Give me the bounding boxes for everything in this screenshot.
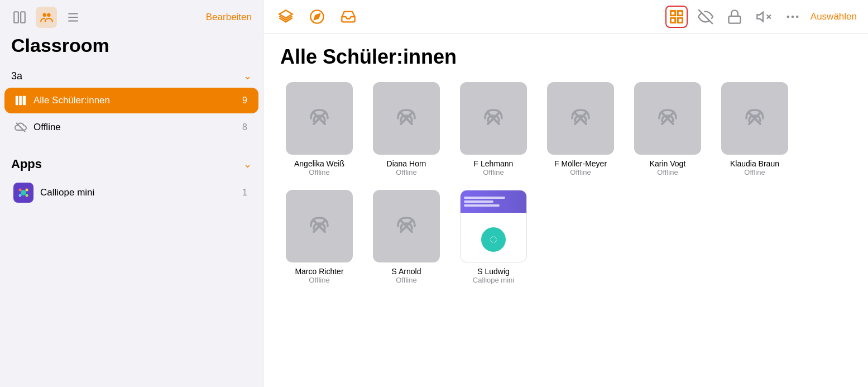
svg-point-30 xyxy=(787,16,788,17)
svg-point-33 xyxy=(491,242,496,248)
svg-point-14 xyxy=(19,194,22,197)
apps-section: Apps ⌄ Calliope mini 1 xyxy=(0,146,263,209)
student-status: Offline xyxy=(309,276,329,284)
sidebar-title: Classroom xyxy=(0,32,263,65)
student-card-angelika-weiss[interactable]: Angelika Weiß Offline xyxy=(280,82,358,176)
calliope-count: 1 xyxy=(242,188,247,198)
alle-schueler-label: Alle Schüler:innen xyxy=(33,95,237,106)
mute-button[interactable] xyxy=(752,6,775,28)
alle-schueler-count: 9 xyxy=(242,95,247,106)
offline-cloud-icon xyxy=(13,120,28,135)
svg-marker-18 xyxy=(314,14,320,20)
calliope-label: Calliope mini xyxy=(40,187,236,198)
student-status: Offline xyxy=(309,168,329,176)
apps-label: Apps xyxy=(11,157,42,171)
student-card-f-moller-meyer[interactable]: F Möller-Meyer Offline xyxy=(541,82,620,176)
student-status: Offline xyxy=(396,168,416,176)
chevron-down-icon: ⌄ xyxy=(243,70,252,82)
student-status: Offline xyxy=(396,276,416,284)
sidebar: Bearbeiten Classroom 3a ⌄ Alle Schüler:i… xyxy=(0,0,263,387)
inbox-button[interactable] xyxy=(337,6,359,28)
sidebar-item-alle-schueler[interactable]: Alle Schüler:innen 9 xyxy=(4,88,258,113)
sidebar-section-3a: 3a ⌄ Alle Schüler:innen 9 Offline xyxy=(0,65,263,146)
main-content: Auswählen Alle Schüler:innen Angelika We… xyxy=(263,0,868,387)
svg-rect-20 xyxy=(678,11,682,16)
main-toolbar: Auswählen xyxy=(263,0,868,34)
svg-point-11 xyxy=(21,190,26,195)
student-avatar-vogt xyxy=(634,82,701,155)
svg-rect-22 xyxy=(678,18,682,22)
svg-rect-7 xyxy=(16,96,18,106)
svg-point-12 xyxy=(19,189,22,192)
student-card-f-lehmann[interactable]: F Lehmann Offline xyxy=(454,82,533,176)
student-avatar-ludwig xyxy=(460,190,527,262)
list-view-button[interactable] xyxy=(63,7,84,28)
bearbeiten-button[interactable]: Bearbeiten xyxy=(206,12,252,23)
student-name: Diana Horn xyxy=(387,159,426,168)
svg-rect-21 xyxy=(670,18,675,22)
svg-rect-1 xyxy=(21,12,25,23)
students-view-button[interactable] xyxy=(36,7,57,28)
sidebar-item-calliope[interactable]: Calliope mini 1 xyxy=(4,177,258,208)
svg-point-28 xyxy=(792,16,793,17)
svg-rect-24 xyxy=(728,16,740,23)
svg-point-32 xyxy=(491,231,496,237)
student-card-s-arnold[interactable]: S Arnold Offline xyxy=(367,190,445,284)
student-name: S Ludwig xyxy=(477,267,510,276)
calliope-app-icon xyxy=(13,183,33,203)
toolbar-left xyxy=(275,6,656,28)
student-avatar-lehmann xyxy=(460,82,527,155)
group-3a-header[interactable]: 3a ⌄ xyxy=(0,65,263,87)
student-name: Marco Richter xyxy=(295,267,343,276)
student-status: Calliope mini xyxy=(473,276,514,284)
student-name: F Lehmann xyxy=(474,159,514,168)
layers-button[interactable] xyxy=(275,6,297,28)
main-body: Alle Schüler:innen Angelika Weiß Offline xyxy=(263,34,868,387)
student-status: Offline xyxy=(657,168,678,176)
student-name: Angelika Weiß xyxy=(294,159,344,168)
compass-button[interactable] xyxy=(306,6,328,28)
students-icon xyxy=(13,93,28,108)
student-avatar-braun xyxy=(721,82,788,155)
student-avatar-moller xyxy=(547,82,614,155)
toolbar-right: Auswählen xyxy=(665,6,857,28)
svg-point-2 xyxy=(43,13,47,17)
svg-point-15 xyxy=(26,194,28,197)
offline-label: Offline xyxy=(33,122,237,133)
svg-marker-25 xyxy=(757,12,763,21)
more-button[interactable] xyxy=(781,6,804,28)
student-avatar-arnold xyxy=(373,190,440,262)
sidebar-toggle-button[interactable] xyxy=(9,7,30,28)
student-status: Offline xyxy=(570,168,591,176)
calliope-flower-icon xyxy=(479,226,507,254)
svg-rect-19 xyxy=(670,11,675,16)
student-card-diana-horn[interactable]: Diana Horn Offline xyxy=(367,82,445,176)
student-card-karin-vogt[interactable]: Karin Vogt Offline xyxy=(629,82,707,176)
student-status: Offline xyxy=(483,168,503,176)
student-name: F Möller-Meyer xyxy=(554,159,607,168)
svg-point-3 xyxy=(47,13,51,17)
student-card-klaudia-braun[interactable]: Klaudia Braun Offline xyxy=(716,82,794,176)
student-name: Klaudia Braun xyxy=(730,159,779,168)
hide-button[interactable] xyxy=(694,6,717,28)
svg-rect-8 xyxy=(19,96,22,106)
lock-button[interactable] xyxy=(723,6,746,28)
svg-point-29 xyxy=(797,16,798,17)
ludwig-header-bg xyxy=(461,190,526,213)
svg-rect-0 xyxy=(14,12,18,23)
students-grid: Angelika Weiß Offline Diana Horn Offline xyxy=(280,82,851,284)
student-status: Offline xyxy=(744,168,765,176)
svg-point-34 xyxy=(485,237,491,242)
apps-header[interactable]: Apps ⌄ xyxy=(0,152,263,176)
student-name: S Arnold xyxy=(392,267,421,276)
sidebar-item-offline[interactable]: Offline 8 xyxy=(4,114,258,140)
auswahlen-button[interactable]: Auswählen xyxy=(811,11,857,22)
student-card-s-ludwig[interactable]: S Ludwig Calliope mini xyxy=(454,190,533,284)
offline-count: 8 xyxy=(242,122,247,132)
student-avatar-diana xyxy=(373,82,440,155)
student-card-marco-richter[interactable]: Marco Richter Offline xyxy=(280,190,358,284)
svg-point-35 xyxy=(496,237,502,242)
apps-chevron-icon: ⌄ xyxy=(243,158,252,170)
grid-view-button[interactable] xyxy=(665,6,688,28)
page-title: Alle Schüler:innen xyxy=(280,45,851,69)
